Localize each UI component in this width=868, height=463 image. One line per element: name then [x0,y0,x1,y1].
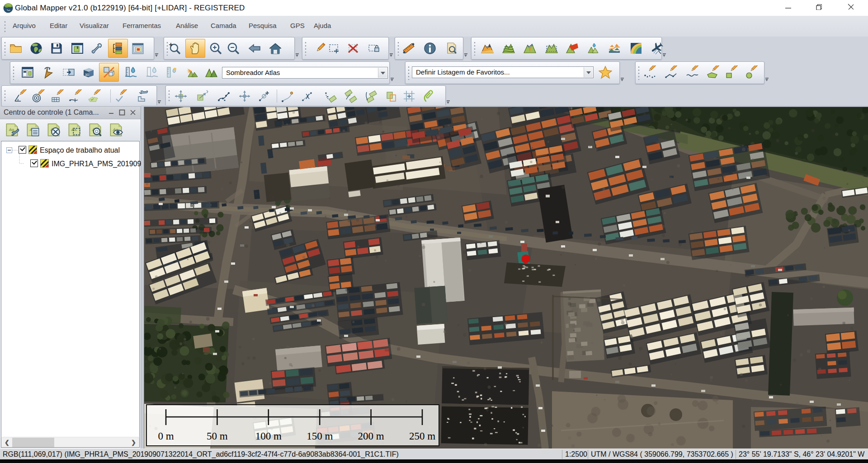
svg-text:3D: 3D [85,73,89,76]
svg-text:100 m: 100 m [255,430,282,442]
svg-text:200 m: 200 m [358,430,384,442]
svg-text:250 m: 250 m [409,430,435,442]
svg-text:x: x [17,98,19,102]
svg-text:50 m: 50 m [207,430,228,442]
svg-text:150 m: 150 m [307,430,333,442]
svg-text:0 m: 0 m [158,430,174,442]
